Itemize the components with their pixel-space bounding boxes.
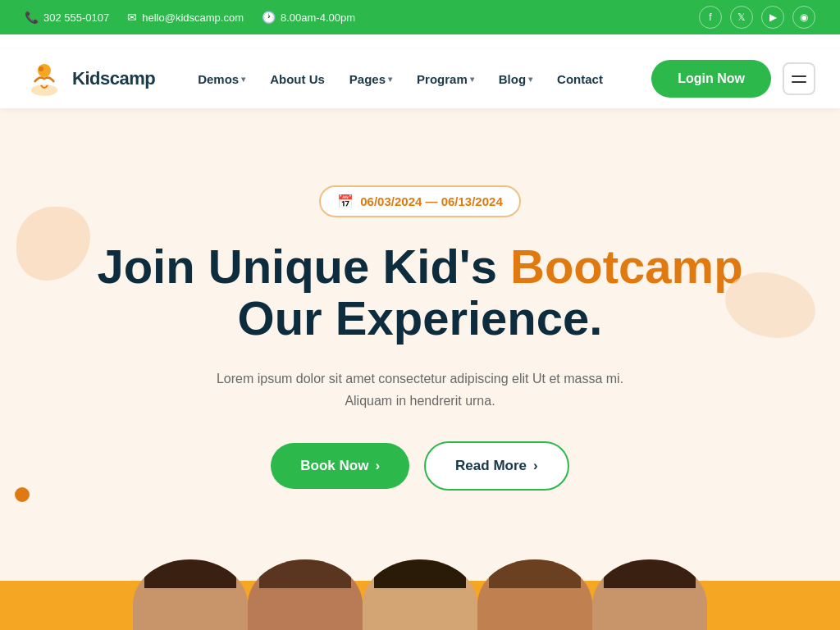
email-item[interactable]: ✉ hello@kidscamp.com: [127, 11, 244, 24]
phone-number: 302 555-0107: [43, 11, 109, 24]
svg-point-3: [46, 66, 49, 69]
nav-right: Login Now: [651, 60, 815, 98]
hero-section: 📅 06/03/2024 — 06/13/2024 Join Unique Ki…: [0, 108, 840, 551]
chevron-down-icon: ▾: [241, 75, 245, 84]
phone-icon: 📞: [25, 11, 39, 24]
clock-icon: 🕐: [262, 11, 276, 24]
menu-line-1: [792, 75, 806, 77]
kid-face-5: [592, 559, 707, 630]
date-range: 06/03/2024 — 06/13/2024: [360, 194, 502, 208]
nav-contact[interactable]: Contact: [547, 66, 613, 93]
hero-title-orange: Bootcamp: [510, 240, 743, 293]
read-more-button[interactable]: Read More ›: [424, 441, 569, 491]
top-bar: 📞 302 555-0107 ✉ hello@kidscamp.com 🕐 8.…: [0, 0, 840, 34]
login-button[interactable]: Login Now: [651, 60, 771, 98]
kid-face-4: [477, 559, 592, 630]
email-address: hello@kidscamp.com: [142, 11, 244, 24]
phone-item[interactable]: 📞 302 555-0107: [25, 11, 109, 24]
menu-line-2: [792, 81, 806, 83]
logo-link[interactable]: Kidscamp: [25, 59, 155, 98]
chevron-down-icon: ▾: [388, 75, 392, 84]
arrow-right-icon: ›: [375, 458, 380, 474]
kids-faces: [0, 559, 840, 630]
hero-title: Join Unique Kid's Bootcamp Our Experienc…: [97, 240, 742, 345]
nav-about[interactable]: About Us: [260, 66, 335, 93]
chevron-down-icon: ▾: [528, 75, 532, 84]
hero-buttons: Book Now › Read More ›: [271, 441, 568, 491]
hamburger-menu[interactable]: [783, 62, 815, 95]
svg-point-2: [39, 66, 43, 71]
kid-face-3: [363, 559, 477, 630]
navbar: Kidscamp Demos ▾ About Us Pages ▾ Progra…: [0, 49, 840, 108]
calendar-icon: 📅: [337, 194, 354, 209]
nav-program[interactable]: Program ▾: [407, 66, 484, 93]
brand-name: Kidscamp: [72, 68, 155, 89]
facebook-icon[interactable]: f: [699, 6, 722, 29]
kids-strip: [0, 551, 840, 630]
social-links: f 𝕏 ▶ ◉: [699, 6, 815, 29]
logo-icon: [25, 59, 64, 98]
date-badge: 📅 06/03/2024 — 06/13/2024: [319, 185, 520, 217]
hero-title-part1: Join Unique Kid's: [97, 240, 510, 293]
nav-pages[interactable]: Pages ▾: [340, 66, 402, 93]
hours-text: 8.00am-4.00pm: [281, 11, 355, 24]
top-bar-contact: 📞 302 555-0107 ✉ hello@kidscamp.com 🕐 8.…: [25, 11, 355, 24]
twitter-icon[interactable]: 𝕏: [730, 6, 753, 29]
chevron-down-icon: ▾: [470, 75, 474, 84]
kid-face-2: [248, 559, 363, 630]
hero-subtitle: Lorem ipsum dolor sit amet consectetur a…: [215, 368, 625, 412]
youtube-icon[interactable]: ▶: [761, 6, 784, 29]
book-now-button[interactable]: Book Now ›: [271, 443, 409, 489]
nav-blog[interactable]: Blog ▾: [489, 66, 542, 93]
instagram-icon[interactable]: ◉: [792, 6, 815, 29]
arrow-right-icon: ›: [533, 458, 538, 474]
kid-face-1: [133, 559, 248, 630]
nav-links: Demos ▾ About Us Pages ▾ Program ▾ Blog …: [188, 66, 651, 93]
nav-demos[interactable]: Demos ▾: [188, 66, 255, 93]
email-icon: ✉: [127, 11, 137, 24]
hero-title-part2: Our Experience.: [238, 291, 603, 345]
svg-point-0: [31, 84, 57, 96]
hours-item: 🕐 8.00am-4.00pm: [262, 11, 355, 24]
slider-dot-active[interactable]: [15, 487, 30, 502]
decorative-blob-left: [16, 207, 90, 281]
